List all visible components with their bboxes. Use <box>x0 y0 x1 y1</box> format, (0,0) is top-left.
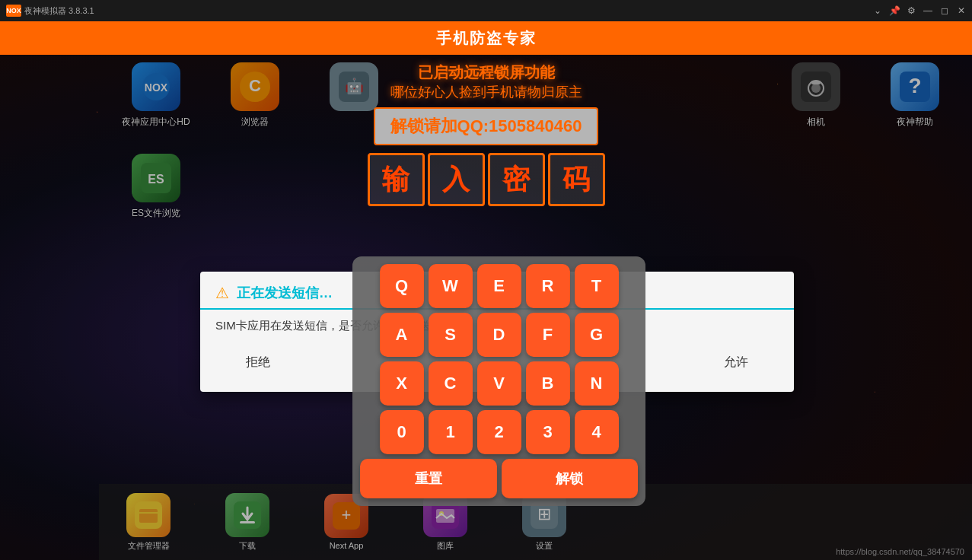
pwd-box-3: 密 <box>488 153 545 206</box>
warning-icon: ⚠ <box>215 284 229 302</box>
key-q[interactable]: Q <box>380 264 424 308</box>
reset-button[interactable]: 重置 <box>360 459 497 498</box>
antitheft-messages: 已启动远程锁屏功能 哪位好心人捡到手机请物归原主 <box>390 62 582 101</box>
password-boxes: 输 入 密 码 <box>368 153 605 206</box>
titlebar: NOX 夜神模拟器 3.8.3.1 ⌄ 📌 ⚙ — ◻ ✕ <box>0 0 972 21</box>
key-2[interactable]: 2 <box>477 410 521 454</box>
unlock-button[interactable]: 解锁 <box>502 459 639 498</box>
pwd-box-4: 码 <box>548 153 605 206</box>
key-r[interactable]: R <box>526 264 570 308</box>
keyboard-row-3: X C V B N <box>360 361 638 406</box>
key-b[interactable]: B <box>526 361 570 406</box>
key-e[interactable]: E <box>477 264 521 308</box>
key-a[interactable]: A <box>380 313 424 357</box>
settings-icon[interactable]: ⚙ <box>903 3 919 18</box>
titlebar-controls: ⌄ 📌 ⚙ — ◻ ✕ <box>870 3 972 18</box>
keyboard-bottom-row: 重置 解锁 <box>360 459 638 498</box>
pwd-box-2: 入 <box>428 153 485 206</box>
key-t[interactable]: T <box>575 264 619 308</box>
key-x[interactable]: X <box>380 361 424 406</box>
key-1[interactable]: 1 <box>429 410 473 454</box>
keyboard-row-1: Q W E R T <box>360 264 638 308</box>
unlock-qq-text: 解锁请加QQ:1505840460 <box>390 116 582 135</box>
close-button[interactable]: ✕ <box>954 3 969 18</box>
key-c[interactable]: C <box>429 361 473 406</box>
nox-logo: NOX <box>6 5 21 17</box>
key-d[interactable]: D <box>477 313 521 357</box>
keyboard-row-4: 0 1 2 3 4 <box>360 410 638 454</box>
key-g[interactable]: G <box>575 313 619 357</box>
dialog-title: 正在发送短信… <box>237 284 333 302</box>
key-4[interactable]: 4 <box>575 410 619 454</box>
restore-button[interactable]: ◻ <box>937 3 952 18</box>
titlebar-version-text: 夜神模拟器 3.8.3.1 <box>24 5 94 17</box>
key-3[interactable]: 3 <box>526 410 570 454</box>
unlock-qq-box: 解锁请加QQ:1505840460 <box>374 107 599 145</box>
pin-icon[interactable]: 📌 <box>887 3 902 18</box>
pwd-box-1: 输 <box>368 153 425 206</box>
minimize-button[interactable]: — <box>920 3 935 18</box>
key-w[interactable]: W <box>429 264 473 308</box>
keyboard-panel: Q W E R T A S D F G X C V B N 0 1 2 3 4 <box>352 256 645 506</box>
key-f[interactable]: F <box>526 313 570 357</box>
appbar: 手机防盗专家 <box>0 21 972 55</box>
key-v[interactable]: V <box>477 361 521 406</box>
key-n[interactable]: N <box>575 361 619 406</box>
key-s[interactable]: S <box>429 313 473 357</box>
appbar-title: 手机防盗专家 <box>436 28 537 49</box>
chevron-down-icon[interactable]: ⌄ <box>870 3 885 18</box>
antitheft-msg1: 已启动远程锁屏功能 <box>390 62 582 83</box>
antitheft-msg2: 哪位好心人捡到手机请物归原主 <box>390 83 582 101</box>
key-0[interactable]: 0 <box>380 410 424 454</box>
titlebar-logo: NOX 夜神模拟器 3.8.3.1 <box>0 5 100 17</box>
desktop: NOX 夜神应用中心HD C 浏览器 🤖 相机 <box>0 55 972 560</box>
keyboard-row-2: A S D F G <box>360 313 638 357</box>
allow-button[interactable]: 允许 <box>709 348 763 377</box>
deny-button[interactable]: 拒绝 <box>231 348 285 377</box>
